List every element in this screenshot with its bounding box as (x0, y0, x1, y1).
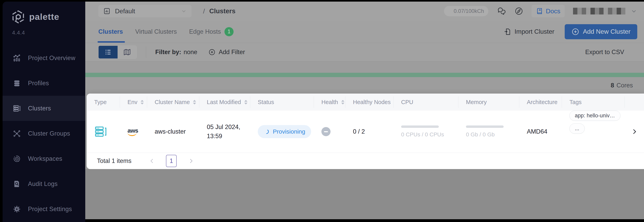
spinner-icon (264, 129, 269, 134)
import-cluster-button[interactable]: Import Cluster (504, 28, 554, 36)
layers-icon (13, 79, 21, 87)
map-view-button[interactable] (118, 46, 136, 58)
project-selector[interactable]: Default (98, 5, 192, 17)
column-header-cluster-name[interactable]: Cluster Name (147, 94, 199, 110)
sort-icon[interactable] (140, 100, 144, 104)
sidebar-item-label: Cluster Groups (28, 130, 70, 137)
add-filter-button[interactable]: Add Filter (208, 48, 245, 56)
memory-meter: 0 Gb / 0 Gb (466, 126, 504, 138)
cell-healthy-nodes: 0 / 2 (346, 110, 394, 152)
list-icon (104, 48, 112, 56)
cpu-meter-label: 0 CPUs / 0 CPUs (401, 132, 444, 138)
sidebar: palette 4.4.4 Project Overview (2, 2, 85, 222)
add-filter-label: Add Filter (219, 48, 245, 56)
cell-last-modified: 05 Jul 2024, 13:59 (199, 110, 250, 152)
user-menu[interactable] (573, 7, 637, 16)
main-content: Default / Clusters 0.07/100kCh (85, 2, 644, 222)
chevron-down-icon (181, 8, 187, 14)
next-page-button[interactable] (188, 158, 194, 164)
tab-label: Virtual Clusters (135, 28, 177, 35)
app-version: 4.4.4 (2, 24, 85, 36)
list-view-button[interactable] (98, 46, 118, 58)
column-header-last-modified[interactable]: Last Modified (199, 94, 250, 110)
column-header-architecture[interactable]: Architecture (519, 94, 562, 110)
column-header-healthy-nodes[interactable]: Healthy Nodes (346, 94, 394, 110)
memory-meter-label: 0 Gb / 0 Gb (466, 132, 504, 138)
column-label: Memory (466, 99, 487, 106)
tab-clusters[interactable]: Clusters (98, 20, 123, 42)
cores-usage-bar (85, 73, 644, 77)
last-modified-time: 13:59 (207, 132, 240, 141)
column-header-type[interactable]: Type (87, 94, 120, 110)
sidebar-item-clusters[interactable]: Clusters (2, 96, 85, 121)
tag-pill[interactable]: app: hello-univ… (570, 110, 620, 121)
sort-icon[interactable] (341, 100, 344, 104)
column-header-status[interactable]: Status (250, 94, 314, 110)
cell-architecture: AMD64 (519, 110, 562, 152)
cell-cluster-name[interactable]: aws-cluster (147, 110, 199, 152)
add-new-cluster-label: Add New Cluster (583, 28, 630, 35)
spacer (85, 62, 644, 73)
column-header-memory[interactable]: Memory (458, 94, 519, 110)
pagination-total: Total 1 items (97, 158, 132, 164)
tab-virtual-clusters[interactable]: Virtual Clusters (135, 20, 177, 42)
import-file-icon (504, 28, 511, 36)
compass-icon[interactable] (514, 7, 523, 16)
sort-icon[interactable] (193, 100, 196, 104)
topbar-right: 0.07/100kCh (444, 5, 637, 17)
sidebar-item-profiles[interactable]: Profiles (2, 70, 85, 96)
cell-cpu: 0 CPUs / 0 CPUs (394, 110, 458, 152)
column-header-actions (625, 94, 644, 110)
bar-chart-icon (13, 54, 21, 62)
sidebar-item-project-settings[interactable]: Project Settings (2, 196, 85, 222)
export-csv-button[interactable]: Export to CSV (585, 48, 624, 56)
tag-overflow-pill[interactable]: ... (570, 124, 585, 134)
aws-logo: aws (128, 127, 138, 136)
column-header-health[interactable]: Health (314, 94, 346, 110)
project-scope-icon (103, 7, 111, 15)
cell-row-expand[interactable] (625, 110, 644, 152)
breadcrumb-page: Clusters (209, 7, 235, 15)
cell-status: Provisioning (250, 110, 314, 152)
tab-label: Edge Hosts (189, 28, 221, 35)
table-row[interactable]: aws aws-cluster 05 Jul 2024, 13:59 (87, 110, 644, 152)
cores-unit: Cores (616, 82, 633, 89)
sidebar-item-label: Project Settings (28, 206, 72, 213)
column-label: Env (128, 99, 138, 106)
sidebar-item-label: Audit Logs (28, 180, 58, 188)
column-label: Tags (570, 99, 582, 106)
column-header-tags[interactable]: Tags (562, 94, 625, 110)
pagination: Total 1 items 1 (87, 152, 644, 169)
page-number-button[interactable]: 1 (166, 155, 177, 167)
edge-hosts-count-badge: 1 (224, 27, 234, 36)
sidebar-nav: Project Overview Profiles (2, 46, 85, 222)
breadcrumb: / Clusters (203, 7, 236, 15)
docs-label: Docs (546, 8, 560, 15)
previous-page-button[interactable] (149, 158, 155, 164)
server-stack-icon (13, 104, 21, 112)
page-background (85, 169, 644, 219)
column-header-env[interactable]: Env (120, 94, 147, 110)
sidebar-item-workspaces[interactable]: Workspaces (2, 146, 85, 171)
add-new-cluster-button[interactable]: Add New Cluster (565, 24, 637, 39)
sidebar-item-project-overview[interactable]: Project Overview (2, 46, 85, 70)
chat-icon[interactable] (497, 7, 506, 16)
docs-link[interactable]: Docs (532, 5, 565, 17)
column-label: Last Modified (207, 99, 241, 106)
column-label: Cluster Name (155, 99, 190, 106)
project-selector-value: Default (115, 8, 135, 15)
sidebar-item-cluster-groups[interactable]: Cluster Groups (2, 121, 85, 146)
column-label: Type (94, 99, 107, 106)
column-header-cpu[interactable]: CPU (394, 94, 458, 110)
divider (146, 46, 146, 58)
table-header: Type Env Cluster Name Last Modified Stat… (87, 94, 644, 110)
sort-icon[interactable] (244, 100, 248, 104)
redacted-username (573, 7, 625, 16)
palette-logo-icon (11, 10, 25, 24)
tab-label: Clusters (98, 28, 123, 35)
document-search-icon (13, 180, 21, 188)
sidebar-item-audit-logs[interactable]: Audit Logs (2, 171, 85, 196)
cell-tags: app: hello-univ… ... (562, 110, 625, 152)
breadcrumb-separator: / (203, 7, 205, 15)
tab-edge-hosts[interactable]: Edge Hosts 1 (189, 20, 234, 42)
